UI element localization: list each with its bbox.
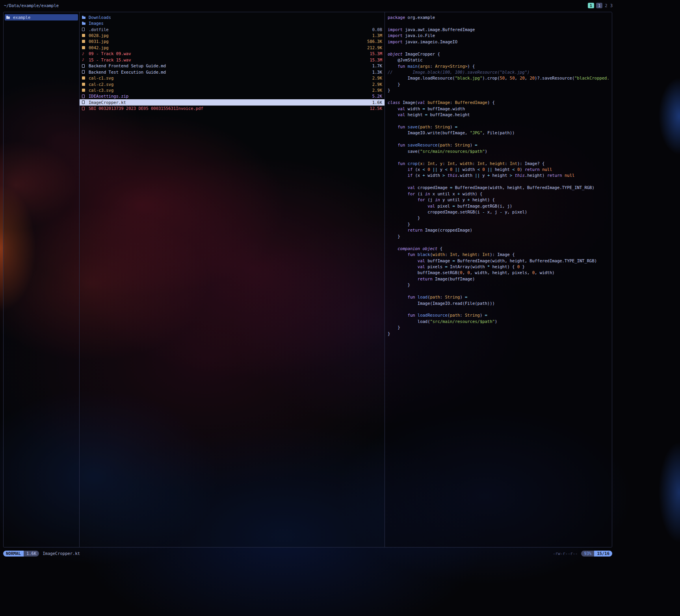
file-name: 0028.jpg xyxy=(89,33,369,38)
file-row[interactable]: Backend_Test_Execution_Guide.md1.3K xyxy=(80,69,385,75)
file-name: 0031.jpg xyxy=(89,39,364,44)
markdown-icon xyxy=(82,63,87,69)
tab-2[interactable]: 2 xyxy=(604,3,608,8)
file-size: 15.3M xyxy=(370,51,382,56)
file-row[interactable]: cal-c1.svg2.9K xyxy=(80,75,385,81)
file-size: 1.7K xyxy=(372,63,382,68)
code-line: Image(ImageIO.read(File(path))) xyxy=(388,301,612,307)
code-line: @JvmStatic xyxy=(388,58,612,63)
code-line: // Image.black(100, 100).saveResource("b… xyxy=(388,70,612,76)
file-name: IDEAsettings.zip xyxy=(89,94,369,98)
file-size: 586.3K xyxy=(367,39,382,44)
code-line: val height = buffImage.height xyxy=(388,112,612,118)
file-row[interactable]: .dotfile0.0B xyxy=(80,26,385,32)
code-line: package org.example xyxy=(388,15,612,21)
preview-pane[interactable]: package org.exampleimport java.awt.image… xyxy=(385,12,612,547)
file-row[interactable]: Images xyxy=(80,20,385,26)
code-line: } xyxy=(388,215,612,221)
parent-directory-pane[interactable]: example xyxy=(4,12,80,547)
code-line: return Image(buffImage) xyxy=(388,276,612,282)
code-line: ImageIO.write(buffImage, "JPG", File(pat… xyxy=(388,130,612,136)
file-name: Backend_Test_Execution_Guide.md xyxy=(89,70,369,74)
code-line: import java.awt.image.BufferedImage xyxy=(388,27,612,33)
status-right: -rw-r--r-- 93% 15/16 xyxy=(553,551,612,557)
status-filename: ImageCropper.kt xyxy=(43,551,80,556)
file-permissions: -rw-r--r-- xyxy=(553,551,578,556)
file-size: 1.3M xyxy=(372,33,382,38)
image-icon xyxy=(82,32,87,38)
file-size: 2.9K xyxy=(372,88,382,93)
code-line: val buffImage = BufferedImage(width, hei… xyxy=(388,258,612,264)
code-line: if (x + width > this.width || y + height… xyxy=(388,173,612,179)
code-line: fun load(path: String) = xyxy=(388,295,612,301)
image-icon xyxy=(82,39,87,45)
code-line xyxy=(388,155,612,161)
file-name: cal-c2.svg xyxy=(89,82,369,87)
code-line xyxy=(388,94,612,100)
code-line: } xyxy=(388,222,612,228)
current-directory-pane[interactable]: DownloadsImages.dotfile0.0B0028.jpg1.3M0… xyxy=(80,12,385,547)
file-row[interactable]: ♪15 - Track 15.wav15.3M xyxy=(80,57,385,63)
parent-dir-item[interactable]: example xyxy=(5,14,78,20)
tab-3[interactable]: 3 xyxy=(610,3,613,8)
file-row[interactable]: SBI_0032013739_2023_DE05_0003155631Invoi… xyxy=(80,106,385,111)
code-line xyxy=(388,45,612,51)
file-size: 2.9K xyxy=(372,76,382,80)
file-name: cal-c1.svg xyxy=(89,76,369,80)
list-percent-badge: 93% xyxy=(581,551,594,557)
code-line: } xyxy=(388,282,612,288)
file-size-badge: 1.6K xyxy=(24,551,39,557)
folder-icon xyxy=(82,14,87,20)
code-line: class Image(val buffImage: BufferedImage… xyxy=(388,100,612,106)
tab-1[interactable]: 1 xyxy=(588,3,594,8)
code-line: fun main(args: Array<String>) { xyxy=(388,64,612,70)
file-name: ImageCropper.kt xyxy=(89,100,369,105)
file-row[interactable]: 0031.jpg586.3K xyxy=(80,39,385,45)
code-line: object ImageCropper { xyxy=(388,52,612,58)
file-size: 212.9K xyxy=(367,45,382,50)
code-line: companion object { xyxy=(388,246,612,252)
image-icon xyxy=(82,45,87,50)
file-name: Backend_Frontend_Setup_Guide.md xyxy=(89,63,369,68)
code-line: val pixels = IntArray(width * height) { … xyxy=(388,264,612,270)
file-icon xyxy=(82,26,87,32)
file-size: 1.3K xyxy=(372,70,382,74)
terminal-window: ~/Data/example/example 1123 example Down… xyxy=(0,0,617,559)
code-line: for (j in y until y + height) { xyxy=(388,197,612,203)
tab-bar: 1123 xyxy=(588,3,613,8)
status-bar: NORMAL 1.6K ImageCropper.kt -rw-r--r-- 9… xyxy=(3,550,612,557)
cursor-position-badge: 15/16 xyxy=(594,551,612,557)
file-row[interactable]: ♪09 - Track 09.wav15.3M xyxy=(80,51,385,57)
zip-icon xyxy=(82,93,87,99)
pdf-icon xyxy=(82,106,87,111)
file-row[interactable]: IDEAsettings.zip5.2K xyxy=(80,93,385,99)
tab-1[interactable]: 1 xyxy=(596,3,602,8)
code-line: Image.loadResource("black.jpg").crop(50,… xyxy=(388,76,612,82)
code-line: val croppedImage = BufferedImage(width, … xyxy=(388,185,612,191)
code-line: } xyxy=(388,325,612,331)
code-line: import java.io.File xyxy=(388,33,612,39)
file-row[interactable]: 0042.jpg212.9K xyxy=(80,45,385,50)
file-row[interactable]: cal-c2.svg2.9K xyxy=(80,81,385,87)
code-line: import javax.imageio.ImageIO xyxy=(388,39,612,45)
file-row[interactable]: ImageCropper.kt1.6K xyxy=(80,99,385,105)
code-line xyxy=(388,118,612,124)
file-name: 15 - Track 15.wav xyxy=(89,58,366,62)
code-line: return Image(croppedImage) xyxy=(388,228,612,234)
file-manager-panes: example DownloadsImages.dotfile0.0B0028.… xyxy=(3,12,612,547)
file-row[interactable]: cal-c3.svg2.9K xyxy=(80,87,385,93)
audio-icon: ♪ xyxy=(82,57,87,63)
mode-indicator: NORMAL xyxy=(3,551,24,557)
code-line xyxy=(388,289,612,295)
code-line: fun loadResource(path: String) = xyxy=(388,313,612,319)
file-name: 0042.jpg xyxy=(89,45,364,50)
file-row[interactable]: Downloads xyxy=(80,14,385,20)
file-row[interactable]: 0028.jpg1.3M xyxy=(80,32,385,38)
code-line xyxy=(388,137,612,143)
code-line: load("src/main/resources/$path") xyxy=(388,319,612,325)
code-line: } xyxy=(388,234,612,240)
file-name: cal-c3.svg xyxy=(89,88,369,93)
code-line: val pixel = buffImage.getRGB(i, j) xyxy=(388,204,612,210)
code-line: buffImage.setRGB(0, 0, width, height, pi… xyxy=(388,270,612,276)
file-row[interactable]: Backend_Frontend_Setup_Guide.md1.7K xyxy=(80,63,385,69)
